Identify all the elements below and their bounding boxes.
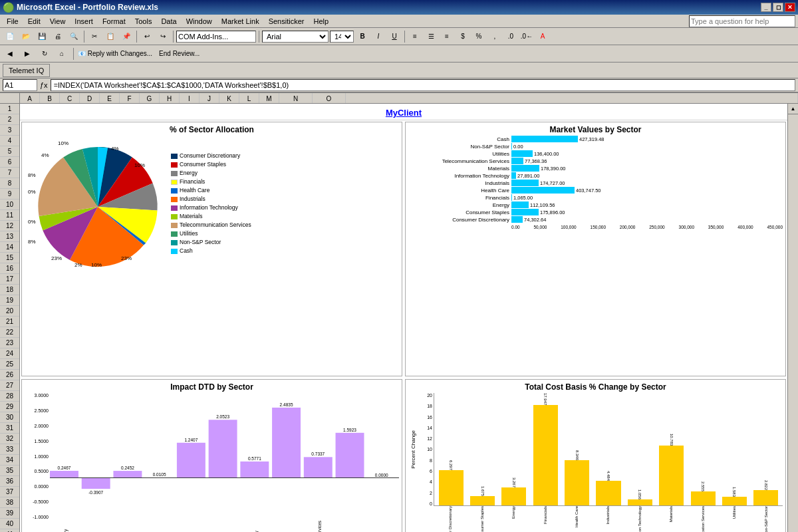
svg-text:4%: 4% (111, 146, 119, 152)
col-header-M[interactable]: M (259, 93, 279, 104)
market-x-axis: 0.0050,000100,000150,000200,000250,00030… (511, 225, 783, 229)
menu-edit[interactable]: Edit (24, 16, 45, 27)
menu-window[interactable]: Window (182, 16, 216, 27)
col-header-K[interactable]: K (219, 93, 239, 104)
reply-with-changes[interactable]: 📧 Reply with Changes... (78, 50, 152, 57)
total-cost-bars: 6.297 1.675 3.267 (434, 393, 783, 506)
svg-text:10%: 10% (58, 140, 68, 146)
charts-grid: % of Sector Allocation (20, 120, 787, 532)
align-left-button[interactable]: ≡ (408, 30, 422, 43)
sheet-body: 1234567891011121314151617181920212223242… (0, 104, 798, 532)
excel-icon: 🟢 (3, 2, 14, 13)
toolbar-standard: 📄 📂 💾 🖨 🔍 ✂ 📋 📌 ↩ ↪ Arial 14 B I U ≡ ☰ ≡… (0, 28, 798, 45)
impact-y-axis: 3.00002.50002.00001.50001.00000.50000.00… (25, 393, 50, 519)
restore-button[interactable]: ◻ (773, 3, 783, 12)
svg-text:1.2407: 1.2407 (184, 438, 198, 442)
save-button[interactable]: 💾 (35, 30, 49, 43)
close-button[interactable]: ✕ (785, 3, 795, 12)
cell-reference-input[interactable] (3, 79, 37, 91)
com-addins-input[interactable] (176, 31, 256, 43)
refresh-button[interactable]: ↻ (37, 47, 52, 61)
col-header-L[interactable]: L (239, 93, 259, 104)
title-bar-left: 🟢 Microsoft Excel - Portfolio Review.xls (3, 2, 158, 13)
currency-button[interactable]: $ (456, 30, 470, 43)
copy-button[interactable]: 📋 (103, 30, 118, 43)
total-cost-y-axis: 20181614121086420 (418, 393, 434, 506)
title-bar: 🟢 Microsoft Excel - Portfolio Review.xls… (0, 0, 798, 15)
formula-input[interactable] (51, 79, 795, 91)
menu-bar: File Edit View Insert Format Tools Data … (0, 15, 798, 28)
menu-data[interactable]: Data (157, 16, 180, 27)
col-header-E[interactable]: E (100, 93, 120, 104)
svg-text:2%: 2% (74, 262, 82, 268)
col-header-B[interactable]: B (40, 93, 60, 104)
col-header-N[interactable]: N (279, 93, 313, 104)
cut-button[interactable]: ✂ (87, 30, 102, 43)
menu-view[interactable]: View (46, 16, 70, 27)
svg-text:23%: 23% (51, 255, 62, 261)
comma-button[interactable]: , (487, 30, 502, 43)
col-header-H[interactable]: H (160, 93, 180, 104)
menu-tools[interactable]: Tools (131, 16, 156, 27)
svg-text:0.2467: 0.2467 (58, 466, 71, 470)
col-header-J[interactable]: J (200, 93, 219, 104)
market-values-chart-box: Market Values by Sector Cash427,319.48 N… (405, 122, 786, 376)
col-header-F[interactable]: F (120, 93, 140, 104)
font-color-button[interactable]: A (535, 30, 550, 43)
help-search-input[interactable] (689, 15, 795, 27)
svg-rect-26 (272, 408, 301, 478)
align-right-button[interactable]: ≡ (440, 30, 454, 43)
separator3 (173, 31, 174, 43)
menu-file[interactable]: File (3, 16, 23, 27)
menu-market-link[interactable]: Market Link (217, 16, 263, 27)
open-button[interactable]: 📂 (19, 30, 33, 43)
svg-text:2.4835: 2.4835 (280, 402, 293, 407)
total-cost-chart: Percent Change 20181614121086420 6.297 (408, 393, 783, 506)
align-center-button[interactable]: ☰ (424, 30, 438, 43)
svg-rect-30 (336, 433, 364, 478)
font-name-select[interactable]: Arial (262, 31, 329, 43)
col-header-G[interactable]: G (140, 93, 160, 104)
col-header-O[interactable]: O (313, 93, 346, 104)
new-button[interactable]: 📄 (3, 30, 17, 43)
home-button[interactable]: ⌂ (55, 47, 69, 61)
menu-sensiticker[interactable]: Sensiticker (265, 16, 309, 27)
end-review[interactable]: End Review... (159, 50, 200, 57)
minimize-button[interactable]: _ (761, 3, 771, 12)
bold-button[interactable]: B (355, 30, 370, 43)
preview-button[interactable]: 🔍 (66, 30, 81, 43)
menu-insert[interactable]: Insert (70, 16, 97, 27)
col-header-A[interactable]: A (20, 93, 40, 104)
scroll-up-button[interactable]: ▲ (788, 104, 798, 114)
decrease-decimal-button[interactable]: .0← (519, 30, 534, 43)
telemet-iq-button[interactable]: Telemet IQ (3, 64, 50, 77)
svg-text:10%: 10% (91, 262, 102, 268)
col-header-C[interactable]: C (60, 93, 80, 104)
print-button[interactable]: 🖨 (51, 30, 65, 43)
formula-icon: ƒx (40, 81, 48, 89)
paste-button[interactable]: 📌 (119, 30, 134, 43)
column-headers: A B C D E F G H I J K L M N O (0, 93, 798, 104)
back-button[interactable]: ◀ (3, 47, 17, 61)
undo-button[interactable]: ↩ (140, 30, 154, 43)
vertical-scrollbar[interactable]: ▲ ▼ (787, 104, 798, 532)
underline-button[interactable]: U (387, 30, 402, 43)
percent-button[interactable]: % (471, 30, 486, 43)
menu-format[interactable]: Format (98, 16, 130, 27)
svg-text:0%: 0% (28, 219, 36, 225)
font-size-select[interactable]: 14 (330, 31, 354, 43)
col-header-D[interactable]: D (80, 93, 100, 104)
separator5 (404, 31, 405, 43)
forward-button[interactable]: ▶ (20, 47, 35, 61)
italic-button[interactable]: I (371, 30, 386, 43)
pie-chart-svg: 4% 10% 23% 23% 8% 0% 0% 8% 4% 10% 2% 10% (25, 137, 171, 270)
menu-help[interactable]: Help (309, 16, 332, 27)
increase-decimal-button[interactable]: .0 (503, 30, 518, 43)
redo-button[interactable]: ↪ (156, 30, 170, 43)
col-header-I[interactable]: I (180, 93, 200, 104)
svg-text:23%: 23% (121, 255, 132, 261)
svg-text:0.0000: 0.0000 (375, 473, 388, 477)
svg-text:0.2452: 0.2452 (121, 466, 134, 470)
svg-text:10%: 10% (134, 162, 145, 168)
svg-text:0.5771: 0.5771 (248, 456, 261, 461)
